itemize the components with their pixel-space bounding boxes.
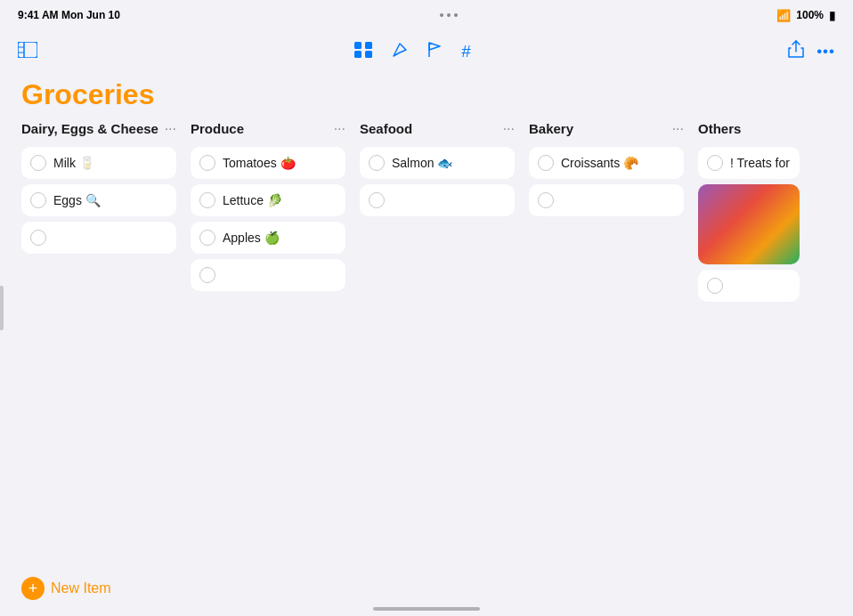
tag-icon[interactable]: # xyxy=(461,42,471,61)
list-item-empty[interactable] xyxy=(21,222,176,254)
battery-label: 100% xyxy=(796,9,824,21)
svg-rect-0 xyxy=(18,42,37,58)
column-header-dairy: Dairy, Eggs & Cheese ··· xyxy=(21,120,176,138)
status-dot-2 xyxy=(447,13,451,17)
new-item-label: New Item xyxy=(51,580,111,596)
item-checkbox-empty[interactable] xyxy=(538,192,554,208)
list-item[interactable]: Milk 🥛 xyxy=(21,147,176,179)
column-dairy: Dairy, Eggs & Cheese ··· Milk 🥛 Eggs 🔍 xyxy=(14,120,183,307)
column-produce: Produce ··· Tomatoes 🍅 Lettuce 🥬 Apples … xyxy=(183,120,353,307)
item-label: Lettuce 🥬 xyxy=(223,193,282,207)
wifi-icon: 📶 xyxy=(776,9,791,22)
item-label: Salmon 🐟 xyxy=(392,156,452,170)
columns-wrapper: Dairy, Eggs & Cheese ··· Milk 🥛 Eggs 🔍 P… xyxy=(0,120,853,307)
item-checkbox[interactable] xyxy=(369,155,385,171)
item-checkbox[interactable] xyxy=(199,192,215,208)
column-header-seafood: Seafood ··· xyxy=(360,120,515,138)
list-item[interactable]: Salmon 🐟 xyxy=(360,147,515,179)
sidebar-toggle-icon[interactable] xyxy=(18,42,37,62)
toolbar: # ••• xyxy=(0,28,853,75)
column-header-others: Others xyxy=(698,120,800,138)
toolbar-left xyxy=(18,42,37,62)
home-indicator xyxy=(373,607,480,611)
item-checkbox[interactable] xyxy=(30,155,46,171)
more-options-icon[interactable]: ••• xyxy=(816,43,835,61)
item-label: Apples 🍏 xyxy=(223,231,280,245)
page-title: Groceries xyxy=(21,78,832,111)
list-item-empty[interactable] xyxy=(360,184,515,216)
flag-icon[interactable] xyxy=(427,42,442,62)
item-label: Tomatoes 🍅 xyxy=(223,156,296,170)
svg-rect-4 xyxy=(354,42,362,49)
page-header: Groceries xyxy=(0,75,853,120)
column-header-produce: Produce ··· xyxy=(191,120,345,138)
column-others: Others ! Treats for xyxy=(691,120,807,307)
item-label: Eggs 🔍 xyxy=(53,193,101,207)
column-more-produce[interactable]: ··· xyxy=(329,121,345,137)
toolbar-right: ••• xyxy=(788,40,835,63)
item-checkbox[interactable] xyxy=(199,155,215,171)
item-label: Milk 🥛 xyxy=(53,156,94,170)
item-checkbox-empty[interactable] xyxy=(30,230,46,246)
list-item[interactable]: Croissants 🥐 xyxy=(529,147,684,179)
column-title-others: Others xyxy=(698,120,800,138)
item-checkbox-empty[interactable] xyxy=(707,278,723,294)
column-more-dairy[interactable]: ··· xyxy=(159,121,176,137)
list-item-empty[interactable] xyxy=(191,259,345,291)
status-dot-1 xyxy=(440,13,443,17)
toolbar-center: # xyxy=(354,42,471,62)
new-item-button[interactable]: + New Item xyxy=(21,577,111,600)
column-seafood: Seafood ··· Salmon 🐟 xyxy=(353,120,522,307)
item-checkbox[interactable] xyxy=(538,155,554,171)
status-time: 9:41 AM Mon Jun 10 xyxy=(18,9,120,21)
navigation-icon[interactable] xyxy=(392,42,408,62)
share-icon[interactable] xyxy=(788,40,804,63)
side-handle xyxy=(0,286,4,330)
list-item[interactable]: Apples 🍏 xyxy=(191,222,345,254)
list-item[interactable]: Lettuce 🥬 xyxy=(191,184,345,216)
column-more-seafood[interactable]: ··· xyxy=(498,121,515,137)
column-header-bakery: Bakery ··· xyxy=(529,120,684,138)
item-checkbox[interactable] xyxy=(30,192,46,208)
column-title-dairy: Dairy, Eggs & Cheese xyxy=(21,120,159,138)
new-item-plus-icon: + xyxy=(21,577,45,600)
status-dot-3 xyxy=(454,13,458,17)
column-title-produce: Produce xyxy=(191,120,329,138)
column-bakery: Bakery ··· Croissants 🥐 xyxy=(522,120,691,307)
status-bar: 9:41 AM Mon Jun 10 📶 100% ▮ xyxy=(0,0,853,28)
list-item[interactable]: ! Treats for xyxy=(698,147,800,179)
status-right: 📶 100% ▮ xyxy=(776,9,835,22)
item-checkbox[interactable] xyxy=(707,155,723,171)
list-item-empty[interactable] xyxy=(698,270,800,302)
grid-view-icon[interactable] xyxy=(354,42,372,62)
column-more-bakery[interactable]: ··· xyxy=(667,121,684,137)
status-center xyxy=(440,13,458,17)
column-title-seafood: Seafood xyxy=(360,120,498,138)
battery-icon: ▮ xyxy=(829,9,835,22)
svg-rect-6 xyxy=(354,51,362,58)
item-label: ! Treats for xyxy=(730,156,790,170)
list-item[interactable]: Eggs 🔍 xyxy=(21,184,176,216)
svg-rect-5 xyxy=(365,42,372,49)
item-label: Croissants 🥐 xyxy=(561,156,638,170)
item-checkbox-empty[interactable] xyxy=(369,192,385,208)
item-checkbox-empty[interactable] xyxy=(199,267,215,283)
item-checkbox[interactable] xyxy=(199,230,215,246)
list-item-empty[interactable] xyxy=(529,184,684,216)
column-title-bakery: Bakery xyxy=(529,120,667,138)
list-item[interactable]: Tomatoes 🍅 xyxy=(191,147,345,179)
svg-rect-7 xyxy=(365,51,372,58)
column-image xyxy=(698,184,800,264)
